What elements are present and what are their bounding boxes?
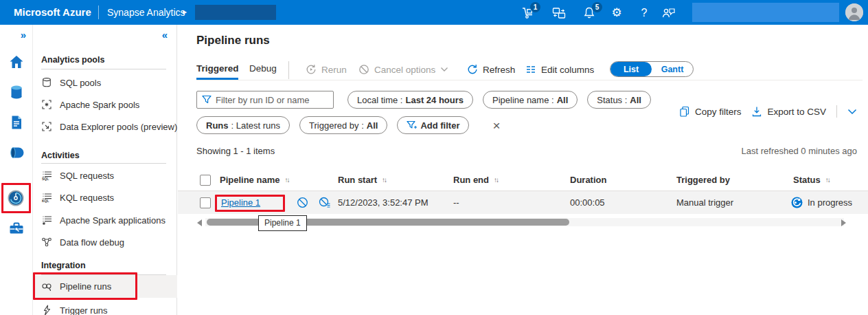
pipeline-icon bbox=[8, 144, 25, 161]
pipeline-tooltip: Pipeline 1 bbox=[258, 215, 307, 231]
sidebar-item-apache-spark-applications[interactable]: Apache Spark applications bbox=[33, 210, 177, 230]
cancel-recursive-action[interactable] bbox=[319, 191, 330, 214]
tab-debug[interactable]: Debug bbox=[249, 63, 277, 74]
page-title: Pipeline runs bbox=[196, 34, 270, 47]
add-filter-button[interactable]: Add filter bbox=[397, 116, 469, 134]
filter-icon bbox=[202, 95, 212, 105]
spark-applications-icon bbox=[41, 215, 52, 226]
select-all-checkbox-cell bbox=[200, 169, 211, 191]
column-header-triggered-by[interactable]: Triggered by bbox=[676, 169, 730, 191]
in-progress-icon bbox=[791, 197, 803, 208]
help-button[interactable]: ? bbox=[636, 6, 652, 21]
table-row: Pipeline 1 5/12/2023, 3:52:47 PM -- 00:0… bbox=[178, 191, 868, 214]
rerun-button[interactable]: Rerun bbox=[306, 61, 347, 78]
collapse-sidebar-icon[interactable]: « bbox=[162, 29, 168, 41]
sidebar-item-data-explorer-pools[interactable]: Data Explorer pools (preview) bbox=[33, 117, 177, 136]
tab-triggered[interactable]: Triggered bbox=[196, 63, 239, 74]
sidebar-item-kql-requests[interactable]: KQL KQL requests bbox=[33, 188, 177, 207]
refresh-icon bbox=[467, 64, 478, 75]
row-checkbox[interactable] bbox=[200, 197, 211, 208]
switch-workspace-icon[interactable] bbox=[551, 6, 567, 21]
copy-filters-button[interactable]: Copy filters bbox=[679, 106, 742, 117]
account-info-redacted bbox=[692, 3, 839, 22]
nav-home[interactable] bbox=[8, 54, 25, 70]
cancel-run-action[interactable] bbox=[297, 191, 308, 214]
sidebar-item-data-flow-debug[interactable]: Data flow debug bbox=[33, 232, 177, 252]
sort-icon[interactable]: ↑↓ bbox=[284, 176, 288, 184]
cancel-icon bbox=[358, 64, 369, 75]
column-header-run-end[interactable]: Run end↑↓ bbox=[453, 169, 498, 191]
sidebar-item-sql-pools[interactable]: SQL pools bbox=[33, 73, 177, 92]
sort-icon[interactable]: ↑↓ bbox=[825, 176, 830, 184]
avatar[interactable] bbox=[845, 3, 863, 21]
column-header-status[interactable]: Status↑↓ bbox=[793, 169, 830, 191]
azure-brand[interactable]: Microsoft Azure bbox=[14, 0, 91, 25]
filter-pill-triggered-by[interactable]: Triggered by : All bbox=[299, 116, 387, 134]
cancel-options-button[interactable]: Cancel options bbox=[358, 61, 448, 78]
more-actions-chevron-icon[interactable] bbox=[847, 109, 857, 115]
kql-requests-icon: KQL bbox=[41, 192, 52, 203]
notifications-badge: 5 bbox=[592, 2, 602, 12]
view-toggle: List Gantt bbox=[610, 61, 694, 77]
view-toggle-gantt[interactable]: Gantt bbox=[652, 62, 693, 76]
rerun-icon bbox=[306, 64, 317, 75]
product-name[interactable]: Synapse Analytics bbox=[107, 0, 185, 25]
edit-columns-button[interactable]: Edit columns bbox=[525, 61, 594, 78]
nav-monitor[interactable] bbox=[7, 189, 25, 207]
sidebar-item-pipeline-runs[interactable]: Pipeline runs bbox=[33, 275, 177, 298]
section-title-integration: Integration bbox=[41, 261, 86, 270]
deployment-icon[interactable]: 1 bbox=[519, 6, 536, 21]
expand-nav-icon[interactable]: » bbox=[21, 29, 26, 41]
database-icon bbox=[8, 84, 25, 100]
sidebar-item-apache-spark-pools[interactable]: Apache Spark pools bbox=[33, 95, 177, 114]
view-toggle-list[interactable]: List bbox=[610, 62, 652, 76]
section-divider bbox=[41, 69, 166, 69]
pipeline-run-link[interactable]: Pipeline 1 bbox=[221, 197, 260, 208]
column-header-run-start[interactable]: Run start↑↓ bbox=[338, 169, 386, 191]
filter-pill-row-2: Runs : Latest runs Triggered by : All Ad… bbox=[196, 116, 501, 134]
pipeline-runs-page: Pipeline runs Triggered Debug Rerun Canc… bbox=[178, 25, 868, 315]
triggered-by-cell: Manual trigger bbox=[676, 191, 733, 214]
hscroll-left-arrow[interactable] bbox=[197, 219, 202, 226]
settings-button[interactable]: ⚙ bbox=[608, 6, 625, 21]
duration-cell: 00:00:05 bbox=[570, 191, 605, 214]
filter-pill-row-1: Local time : Last 24 hours Pipeline name… bbox=[347, 91, 651, 109]
column-header-duration[interactable]: Duration bbox=[570, 169, 606, 191]
nav-integrate[interactable] bbox=[8, 144, 25, 161]
select-all-checkbox[interactable] bbox=[200, 175, 211, 186]
filter-pill-status[interactable]: Status : All bbox=[587, 91, 651, 109]
nav-data[interactable] bbox=[8, 84, 25, 100]
clear-filters-icon[interactable]: × bbox=[492, 119, 500, 132]
filter-pill-pipeline-name[interactable]: Pipeline name : All bbox=[483, 91, 578, 109]
filter-pill-runs[interactable]: Runs : Latest runs bbox=[196, 116, 290, 134]
actions-divider bbox=[836, 105, 837, 118]
sidebar-item-sql-requests[interactable]: SQL SQL requests bbox=[33, 166, 177, 185]
download-icon bbox=[751, 106, 762, 117]
column-header-pipeline-name[interactable]: Pipeline name↑↓ bbox=[220, 169, 288, 191]
notifications-button[interactable]: 5 bbox=[581, 6, 597, 21]
run-filter-input[interactable] bbox=[216, 95, 328, 105]
person-icon bbox=[845, 3, 863, 21]
sort-icon[interactable]: ↑↓ bbox=[494, 176, 498, 184]
pipeline-name-cell: Pipeline 1 bbox=[221, 191, 260, 214]
copy-icon bbox=[679, 106, 690, 117]
last-refreshed-label: Last refreshed 0 minutes ago bbox=[742, 146, 857, 156]
toolbar-divider bbox=[288, 61, 289, 79]
export-csv-button[interactable]: Export to CSV bbox=[751, 106, 826, 117]
nav-manage[interactable] bbox=[8, 220, 25, 237]
refresh-button[interactable]: Refresh bbox=[467, 61, 515, 78]
filter-pill-local-time[interactable]: Local time : Last 24 hours bbox=[347, 91, 473, 109]
nav-develop[interactable] bbox=[8, 114, 25, 131]
data-flow-debug-icon bbox=[41, 237, 52, 248]
commandbar-divider bbox=[196, 80, 863, 80]
items-count-label: Showing 1 - 1 items bbox=[196, 146, 275, 156]
run-filter-inputbox bbox=[196, 91, 334, 109]
section-title-activities: Activities bbox=[41, 151, 80, 160]
person-feedback-icon bbox=[662, 6, 676, 20]
hscroll-right-arrow[interactable] bbox=[841, 219, 846, 226]
sidebar-item-trigger-runs[interactable]: Trigger runs bbox=[33, 301, 177, 315]
gear-icon: ⚙ bbox=[611, 6, 621, 20]
feedback-button[interactable] bbox=[661, 6, 677, 21]
data-explorer-pools-icon bbox=[41, 121, 52, 132]
sort-icon[interactable]: ↑↓ bbox=[382, 176, 386, 184]
